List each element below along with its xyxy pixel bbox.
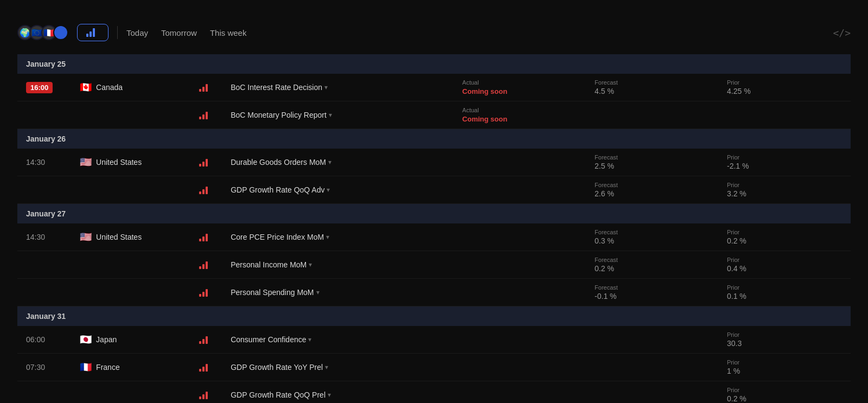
event-forecast — [586, 326, 718, 354]
country-flag: 🇫🇷 — [80, 361, 92, 373]
event-forecast: Forecast 0.2 % — [586, 251, 718, 279]
prior-label: Prior — [727, 284, 842, 291]
bar-3 — [206, 234, 208, 241]
event-name-text: GDP Growth Rate YoY Prel — [231, 363, 323, 372]
filter-this-week[interactable]: This week — [210, 26, 247, 40]
event-country — [71, 279, 190, 306]
event-time — [17, 381, 71, 404]
bar-3 — [206, 392, 208, 399]
event-forecast: Forecast -0.1 % — [586, 279, 718, 306]
event-name-cell[interactable]: BoC Interest Rate Decision ▾ — [222, 74, 454, 101]
event-actual — [454, 279, 586, 306]
bar-1 — [199, 396, 201, 399]
event-time — [17, 101, 71, 129]
event-time: 16:00 — [17, 74, 71, 101]
chevron-down-icon: ▾ — [325, 363, 328, 371]
country-name: France — [96, 363, 120, 372]
event-name-cell[interactable]: Personal Income MoM ▾ — [222, 251, 454, 279]
event-time — [17, 279, 71, 306]
country-flag: 🇺🇸 — [80, 156, 92, 168]
section-header: January 31 — [17, 306, 851, 327]
filter-tomorrow[interactable]: Tomorrow — [161, 26, 197, 40]
high-importance-button[interactable] — [77, 24, 108, 41]
event-row: GDP Growth Rate QoQ Prel ▾ Prior 0.2 % — [17, 381, 851, 404]
bar-2 — [202, 87, 205, 92]
event-time — [17, 176, 71, 204]
section-header: January 26 — [17, 129, 851, 149]
country-flag: 🇨🇦 — [80, 81, 92, 93]
bar-1 — [199, 164, 201, 167]
event-name-cell[interactable]: Core PCE Price Index MoM ▾ — [222, 223, 454, 251]
event-importance — [190, 279, 222, 306]
event-actual: Actual Coming soon — [454, 74, 586, 101]
event-importance — [190, 381, 222, 404]
prior-label: Prior — [727, 331, 842, 338]
bar-3 — [206, 289, 208, 297]
forecast-value: 4.5 % — [595, 87, 614, 95]
bar-2 — [202, 339, 205, 344]
event-time: 07:30 — [17, 354, 71, 381]
prior-label: Prior — [727, 257, 842, 263]
section-date: January 31 — [17, 306, 851, 327]
event-country — [71, 101, 190, 129]
event-importance — [190, 176, 222, 204]
forecast-label: Forecast — [595, 257, 710, 263]
event-importance — [190, 251, 222, 279]
prior-value: 1 % — [727, 367, 740, 375]
country-flag: 🇺🇸 — [80, 231, 92, 243]
prior-label: Prior — [727, 387, 842, 393]
event-name-cell[interactable]: Durable Goods Orders MoM ▾ — [222, 149, 454, 176]
event-name-cell[interactable]: Consumer Confidence ▾ — [222, 326, 454, 354]
flag-count[interactable] — [53, 25, 68, 40]
filter-today[interactable]: Today — [126, 26, 148, 40]
event-actual — [454, 251, 586, 279]
bar-2 — [202, 162, 205, 167]
section-date: January 27 — [17, 204, 851, 224]
event-name-cell[interactable]: GDP Growth Rate QoQ Adv ▾ — [222, 176, 454, 204]
prior-label: Prior — [727, 182, 842, 188]
event-time: 06:00 — [17, 326, 71, 354]
event-prior: Prior 4.25 % — [718, 74, 851, 101]
event-row: 16:00 🇨🇦 Canada BoC Interest Ra — [17, 74, 851, 101]
event-name-text: Durable Goods Orders MoM — [231, 158, 326, 167]
event-prior: Prior 0.2 % — [718, 223, 851, 251]
bar-1 — [199, 191, 201, 194]
event-actual — [454, 176, 586, 204]
event-forecast: Forecast 2.6 % — [586, 176, 718, 204]
event-country: 🇯🇵 Japan — [71, 326, 190, 354]
event-row: Personal Income MoM ▾ Forecast 0.2 % Pri… — [17, 251, 851, 279]
event-name-cell[interactable]: BoC Monetary Policy Report ▾ — [222, 101, 454, 129]
event-row: Personal Spending MoM ▾ Forecast -0.1 % … — [17, 279, 851, 306]
prior-value: 0.4 % — [727, 264, 746, 273]
bar-3 — [206, 364, 208, 372]
flag-group[interactable]: 🌍 🇪🇺 🇫🇷 — [17, 25, 68, 40]
forecast-label: Forecast — [595, 182, 710, 188]
event-prior: Prior 0.4 % — [718, 251, 851, 279]
event-time — [17, 251, 71, 279]
event-name-cell[interactable]: Personal Spending MoM ▾ — [222, 279, 454, 306]
event-row: 14:30 🇺🇸 United States Core PCE — [17, 223, 851, 251]
event-name-cell[interactable]: GDP Growth Rate QoQ Prel ▾ — [222, 381, 454, 404]
bar-2 — [202, 394, 205, 399]
bar-2 — [202, 264, 205, 269]
event-country: 🇨🇦 Canada — [71, 74, 190, 101]
forecast-label: Forecast — [595, 284, 710, 291]
event-actual — [454, 326, 586, 354]
prior-value: 0.1 % — [727, 292, 746, 300]
bar-1 — [199, 89, 201, 92]
event-forecast — [586, 354, 718, 381]
prior-value: 0.2 % — [727, 236, 746, 245]
chevron-down-icon: ▾ — [327, 186, 330, 194]
prior-label: Prior — [727, 229, 842, 235]
event-prior: Prior 1 % — [718, 354, 851, 381]
bar-1 — [199, 369, 201, 372]
event-country — [71, 176, 190, 204]
chevron-down-icon: ▾ — [316, 289, 320, 296]
event-name-cell[interactable]: GDP Growth Rate YoY Prel ▾ — [222, 354, 454, 381]
bar-3 — [206, 336, 208, 344]
time-filters: Today Tomorrow This week — [126, 26, 246, 40]
event-name-text: Personal Spending MoM — [231, 288, 314, 297]
embed-button[interactable]: </> — [833, 27, 851, 39]
bar-1 — [199, 341, 201, 344]
chevron-down-icon: ▾ — [308, 336, 311, 343]
